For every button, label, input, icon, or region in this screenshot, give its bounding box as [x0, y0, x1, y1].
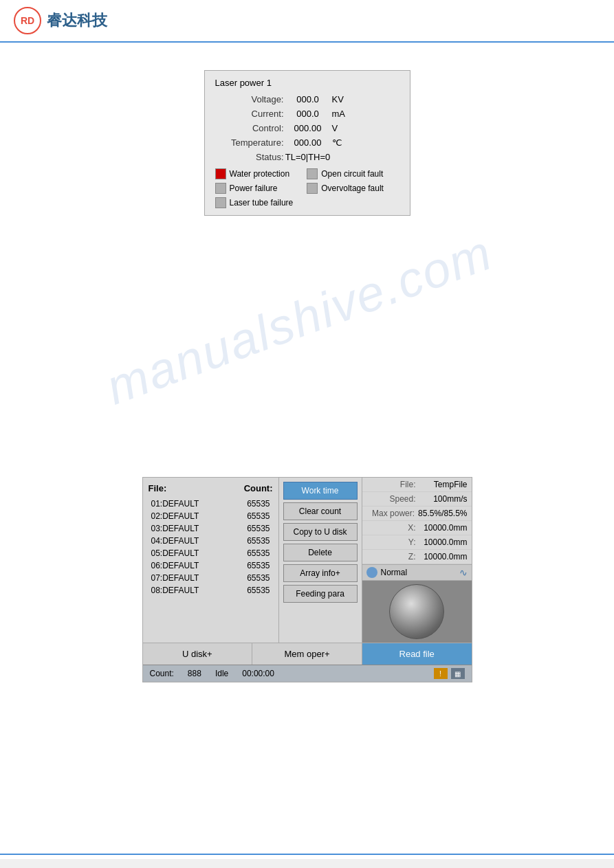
- list-item[interactable]: 04:DEFAULT65535: [149, 535, 273, 547]
- watermark: manualshive.com: [99, 224, 500, 416]
- info-section: File: TempFile Speed: 100mm/s Max power:…: [362, 478, 472, 643]
- power-failure-indicator: Power failure: [215, 183, 294, 194]
- indicators-right: Open circuit fault Overvoltage fault: [307, 168, 384, 208]
- laser-panel: Laser power 1 Voltage: 000.0 KV Current:…: [204, 70, 410, 216]
- info-maxpower-label: Max power:: [366, 509, 415, 518]
- temperature-value: 000.00: [284, 137, 332, 148]
- preview-area: [362, 581, 472, 643]
- footer-line: [0, 854, 614, 859]
- indicators-row: Water protection Power failure Laser tub…: [215, 168, 399, 208]
- indicators-left: Water protection Power failure Laser tub…: [215, 168, 294, 208]
- logo-icon: RD: [14, 7, 41, 34]
- read-file-button[interactable]: Read file: [362, 643, 472, 665]
- count-value: 888: [188, 669, 201, 678]
- warning-icon: !: [434, 668, 448, 679]
- status-label: Status:: [215, 152, 284, 162]
- info-row-file: File: TempFile: [362, 478, 472, 492]
- delete-button[interactable]: Delete: [283, 544, 358, 561]
- laser-row-temperature: Temperature: 000.00 ℃: [215, 137, 399, 148]
- array-info-button[interactable]: Array info+: [283, 564, 358, 582]
- info-x-value: 10000.0mm: [419, 523, 468, 533]
- overvoltage-indicator: Overvoltage fault: [307, 183, 384, 194]
- file-list: 01:DEFAULT65535 02:DEFAULT65535 03:DEFAU…: [149, 498, 273, 597]
- feeding-para-button[interactable]: Feeding para: [283, 585, 358, 603]
- power-failure-label: Power failure: [230, 183, 278, 193]
- voltage-value: 000.0: [284, 94, 332, 104]
- current-label: Current:: [215, 109, 284, 119]
- info-row-maxpower: Max power: 85.5%/85.5%: [362, 507, 472, 521]
- normal-status-text: Normal: [381, 568, 408, 577]
- clear-count-button[interactable]: Clear count: [283, 502, 358, 520]
- list-item[interactable]: 05:DEFAULT65535: [149, 547, 273, 559]
- laser-row-control: Control: 000.00 V: [215, 122, 399, 134]
- laser-row-voltage: Voltage: 000.0 KV: [215, 93, 399, 105]
- buttons-section: Work time Clear count Copy to U disk Del…: [279, 478, 362, 643]
- status-icons: ! ▦: [434, 668, 465, 679]
- info-row-y: Y: 10000.0mm: [362, 535, 472, 550]
- info-row-z: Z: 10000.0mm: [362, 550, 472, 564]
- count-column-header: Count:: [244, 483, 273, 493]
- info-file-label: File:: [366, 480, 416, 489]
- list-item[interactable]: 01:DEFAULT65535: [149, 498, 273, 510]
- temperature-label: Temperature:: [215, 137, 284, 148]
- file-header: File: Count:: [149, 483, 273, 493]
- overvoltage-box: [307, 183, 318, 194]
- grid-icon: ▦: [451, 668, 465, 679]
- control-label: Control:: [215, 123, 284, 133]
- file-section: File: Count: 01:DEFAULT65535 02:DEFAULT6…: [143, 478, 279, 643]
- status-value: TL=0|TH=0: [284, 152, 332, 162]
- normal-status-bar: Normal ∿: [362, 564, 472, 581]
- water-protection-indicator: Water protection: [215, 168, 294, 179]
- laser-tube-label: Laser tube failure: [230, 198, 294, 208]
- info-y-value: 10000.0mm: [419, 537, 468, 547]
- info-row-speed: Speed: 100mm/s: [362, 492, 472, 507]
- laser-row-current: Current: 000.0 mA: [215, 108, 399, 120]
- info-y-label: Y:: [366, 537, 416, 547]
- water-protection-box: [215, 168, 226, 179]
- copy-to-u-disk-button[interactable]: Copy to U disk: [283, 523, 358, 541]
- wave-icon: ∿: [459, 567, 468, 578]
- control-unit: V: [332, 123, 366, 133]
- list-item[interactable]: 02:DEFAULT65535: [149, 510, 273, 522]
- info-maxpower-value: 85.5%/85.5%: [418, 509, 467, 518]
- time-value: 00:00:00: [242, 669, 274, 678]
- open-circuit-indicator: Open circuit fault: [307, 168, 384, 179]
- u-disk-button[interactable]: U disk+: [143, 643, 253, 665]
- voltage-unit: KV: [332, 94, 366, 104]
- laser-row-status: Status: TL=0|TH=0: [215, 151, 399, 163]
- control-value: 000.00: [284, 123, 332, 133]
- info-speed-label: Speed:: [366, 494, 416, 504]
- current-value: 000.0: [284, 109, 332, 119]
- laser-panel-title: Laser power 1: [215, 78, 399, 88]
- watermark-container: manualshive.com: [14, 257, 600, 429]
- company-name: 睿达科技: [47, 10, 107, 31]
- info-x-label: X:: [366, 523, 416, 533]
- main-content: Laser power 1 Voltage: 000.0 KV Current:…: [0, 43, 614, 854]
- open-circuit-label: Open circuit fault: [321, 169, 383, 179]
- header: RD 睿达科技: [0, 0, 614, 43]
- control-panel: File: Count: 01:DEFAULT65535 02:DEFAULT6…: [142, 477, 472, 682]
- info-file-value: TempFile: [419, 480, 468, 489]
- laser-tube-indicator: Laser tube failure: [215, 197, 294, 208]
- mem-oper-button[interactable]: Mem oper+: [252, 643, 362, 665]
- power-failure-box: [215, 183, 226, 194]
- open-circuit-box: [307, 168, 318, 179]
- voltage-label: Voltage:: [215, 94, 284, 104]
- main-status-bar: Count: 888 Idle 00:00:00 ! ▦: [143, 665, 472, 682]
- list-item[interactable]: 06:DEFAULT65535: [149, 559, 273, 572]
- list-item[interactable]: 08:DEFAULT65535: [149, 584, 273, 597]
- file-column-header: File:: [149, 483, 167, 493]
- info-speed-value: 100mm/s: [419, 494, 468, 504]
- list-item[interactable]: 07:DEFAULT65535: [149, 572, 273, 584]
- bottom-buttons-row: U disk+ Mem oper+ Read file: [143, 643, 472, 665]
- info-z-label: Z:: [366, 552, 416, 561]
- info-row-x: X: 10000.0mm: [362, 521, 472, 535]
- idle-state: Idle: [215, 669, 228, 678]
- panel-body: File: Count: 01:DEFAULT65535 02:DEFAULT6…: [143, 478, 472, 643]
- work-time-button[interactable]: Work time: [283, 482, 358, 500]
- overvoltage-label: Overvoltage fault: [321, 183, 384, 193]
- water-protection-label: Water protection: [230, 169, 290, 179]
- preview-image: [389, 584, 444, 639]
- current-unit: mA: [332, 109, 366, 119]
- list-item[interactable]: 03:DEFAULT65535: [149, 522, 273, 535]
